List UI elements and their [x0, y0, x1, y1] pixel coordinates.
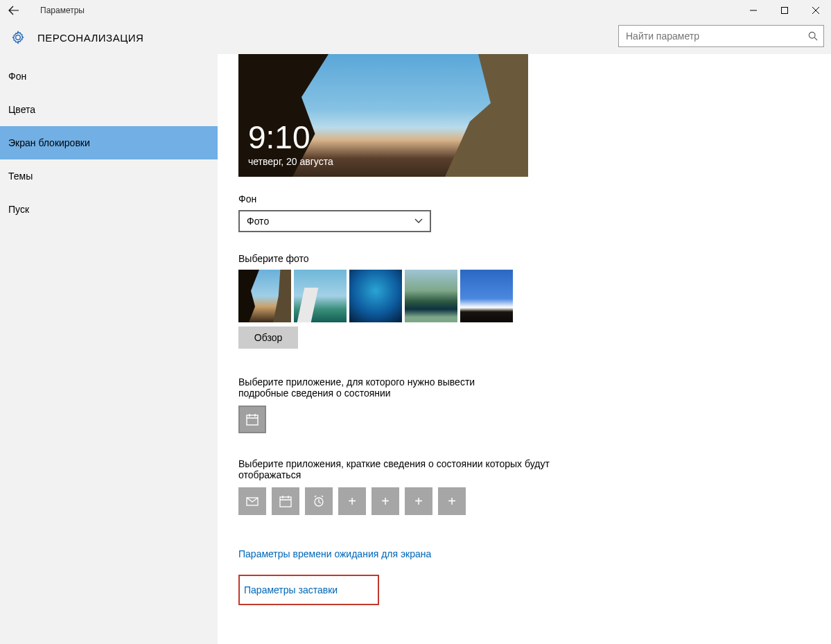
plus-icon: + — [414, 494, 423, 510]
preview-date: четверг, 20 августа — [248, 156, 333, 167]
close-icon — [812, 7, 819, 14]
quick-app-slot-6[interactable]: + — [405, 487, 432, 515]
detailed-app-tile-calendar[interactable] — [238, 406, 266, 433]
photo-thumbnails — [238, 270, 831, 322]
sidebar-item-background[interactable]: Фон — [0, 60, 218, 93]
sidebar-item-label: Фон — [8, 71, 26, 82]
svg-rect-2 — [247, 415, 258, 425]
titlebar: Параметры — [0, 0, 831, 21]
sidebar: Фон Цвета Экран блокировки Темы Пуск — [0, 54, 218, 644]
svg-rect-4 — [280, 497, 291, 507]
sidebar-item-start[interactable]: Пуск — [0, 193, 218, 226]
sidebar-item-themes[interactable]: Темы — [0, 159, 218, 193]
maximize-button[interactable] — [769, 0, 800, 21]
quick-app-tile-alarm[interactable] — [305, 487, 333, 515]
header: ПЕРСОНАЛИЗАЦИЯ — [0, 21, 831, 54]
sidebar-item-label: Экран блокировки — [8, 137, 90, 148]
gear-icon — [11, 31, 25, 44]
page-title: ПЕРСОНАЛИЗАЦИЯ — [37, 32, 143, 44]
search-box[interactable] — [618, 25, 824, 47]
screen-timeout-link[interactable]: Параметры времени ожидания для экрана — [238, 548, 431, 559]
minimize-button[interactable] — [737, 0, 769, 21]
photo-thumb-4[interactable] — [405, 270, 457, 322]
search-icon — [803, 31, 823, 41]
lockscreen-preview: 9:10 четверг, 20 августа — [238, 54, 528, 177]
alarm-icon — [312, 494, 326, 508]
sidebar-item-colors[interactable]: Цвета — [0, 93, 218, 126]
screensaver-settings-link[interactable]: Параметры заставки — [244, 584, 338, 595]
dropdown-value: Фото — [247, 216, 269, 227]
photo-thumb-2[interactable] — [294, 270, 347, 322]
photo-thumb-3[interactable] — [349, 270, 402, 322]
browse-button[interactable]: Обзор — [238, 327, 298, 349]
calendar-icon — [279, 494, 292, 508]
svg-point-1 — [809, 32, 815, 38]
detailed-app-label: Выберите приложение, для которого нужно … — [238, 376, 502, 399]
minimize-icon — [750, 7, 757, 14]
quick-app-slot-4[interactable]: + — [338, 487, 366, 515]
quick-apps-label: Выберите приложения, краткие сведения о … — [238, 458, 550, 480]
quick-app-tile-mail[interactable] — [238, 487, 266, 515]
plus-icon: + — [348, 494, 356, 510]
preview-time: 9:10 — [248, 121, 310, 153]
photo-thumb-5[interactable] — [460, 270, 513, 322]
svg-rect-0 — [781, 8, 787, 14]
sidebar-item-label: Темы — [8, 171, 33, 182]
calendar-icon — [245, 412, 259, 426]
quick-app-slot-5[interactable]: + — [371, 487, 399, 515]
background-label: Фон — [238, 193, 831, 204]
quick-app-slot-7[interactable]: + — [438, 487, 466, 515]
sidebar-item-label: Пуск — [8, 204, 29, 215]
background-dropdown[interactable]: Фото — [238, 210, 431, 232]
mail-icon — [245, 494, 259, 508]
sidebar-item-label: Цвета — [8, 104, 35, 115]
maximize-icon — [781, 7, 788, 14]
choose-photo-label: Выберите фото — [238, 253, 831, 264]
sidebar-item-lockscreen[interactable]: Экран блокировки — [0, 126, 218, 159]
chevron-down-icon — [414, 218, 423, 224]
search-input[interactable] — [619, 31, 803, 42]
window-controls — [737, 0, 831, 21]
content: 9:10 четверг, 20 августа Фон Фото Выбери… — [218, 54, 831, 644]
photo-thumb-1[interactable] — [238, 270, 291, 322]
window-title: Параметры — [40, 6, 85, 15]
plus-icon: + — [448, 494, 456, 510]
plus-icon: + — [381, 494, 390, 510]
close-button[interactable] — [800, 0, 831, 21]
quick-app-tile-calendar[interactable] — [272, 487, 299, 515]
back-button[interactable] — [0, 0, 28, 21]
screensaver-link-highlight: Параметры заставки — [238, 575, 379, 605]
arrow-left-icon — [8, 5, 19, 16]
